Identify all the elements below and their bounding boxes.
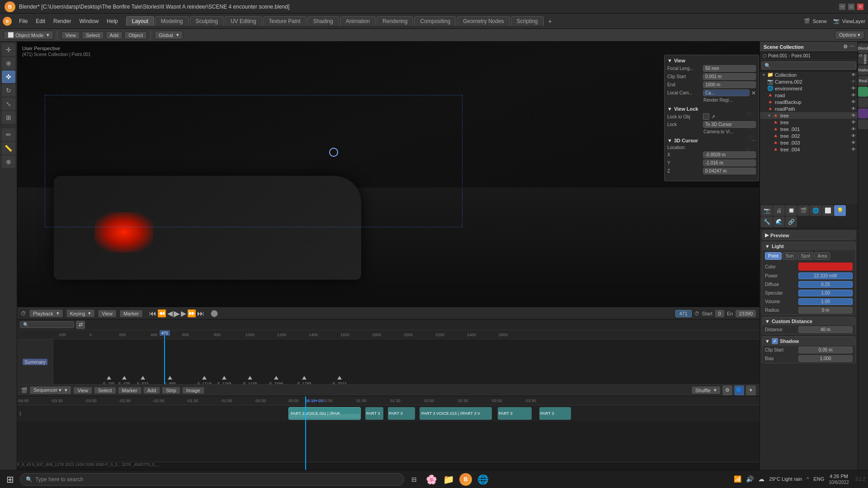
- custom-distance-header[interactable]: ▼ Custom Distance: [762, 317, 855, 325]
- prop-tab-render[interactable]: 📷: [761, 205, 773, 216]
- sc-eye-icon-env[interactable]: 👁: [851, 86, 856, 91]
- seq-clip-4[interactable]: PART 3 VOICE.015 | //PART 3 V: [420, 407, 492, 420]
- sc-item-tree001[interactable]: 🔺 tree .001 👁: [760, 126, 858, 132]
- jump-end-button[interactable]: ⏭: [197, 310, 204, 318]
- light-type-sun[interactable]: Sun: [783, 252, 797, 260]
- sc-eye-icon-road[interactable]: 👁: [851, 93, 856, 98]
- tab-shading[interactable]: Shading: [307, 16, 339, 26]
- menu-window[interactable]: Window: [75, 17, 102, 25]
- viewport-3d[interactable]: X Y Z 🔍 ✋ 🎬 📐 User Perspective (471) Sce…: [17, 42, 760, 307]
- bias-value[interactable]: 1.000: [798, 355, 853, 362]
- sc-item-tree004[interactable]: 🔺 tree .004 👁: [760, 146, 858, 153]
- select-menu[interactable]: Select: [82, 31, 104, 39]
- taskbar-explorer-icon[interactable]: 📁: [441, 472, 456, 487]
- tool-annotate[interactable]: ✏: [2, 128, 15, 141]
- tool-add[interactable]: ⊕: [2, 155, 15, 168]
- lock-value[interactable]: To 3D Cursor: [703, 121, 756, 128]
- prev-frame-button[interactable]: ◀: [167, 309, 173, 318]
- sc-eye-icon-roadpath[interactable]: 👁: [851, 106, 856, 111]
- volume-value[interactable]: 1.00: [798, 298, 853, 305]
- tool-measure[interactable]: 📏: [2, 142, 15, 155]
- sc-eye-icon-tree-col[interactable]: 👁: [851, 113, 856, 118]
- prop-tab-particles[interactable]: 🌊: [773, 216, 785, 227]
- make-icon[interactable]: Make: [858, 65, 868, 75]
- view-menu[interactable]: View: [61, 31, 80, 39]
- seq-marker-btn[interactable]: Marker: [118, 387, 142, 394]
- x-value[interactable]: -0.8509 m: [703, 151, 756, 158]
- real-icon[interactable]: Real: [858, 76, 868, 86]
- keying-menu[interactable]: Keying: [66, 309, 95, 318]
- seq-clip-5[interactable]: PART 3: [498, 407, 532, 420]
- sc-search-input[interactable]: [761, 61, 856, 70]
- tool-scale[interactable]: ⤡: [2, 98, 15, 110]
- light-type-spot[interactable]: Spot: [798, 252, 814, 260]
- shadow-checkbox[interactable]: [772, 338, 778, 344]
- layer4-icon[interactable]: [858, 119, 868, 129]
- seq-clip-3[interactable]: PART 3: [388, 407, 415, 420]
- focal-length-value[interactable]: 50 mm: [703, 65, 756, 72]
- tool-move[interactable]: ✜: [2, 70, 15, 83]
- taskbar-chrome-icon[interactable]: 🌐: [476, 472, 490, 487]
- tool-transform[interactable]: ⊞: [2, 111, 15, 124]
- make-c-icon[interactable]: Make C: [858, 54, 868, 64]
- tab-scripting[interactable]: Scripting: [511, 16, 544, 26]
- timeline-search-input[interactable]: [20, 321, 74, 328]
- color-picker[interactable]: [798, 263, 853, 271]
- seq-more-button[interactable]: ▾: [746, 385, 756, 395]
- transform-orientation[interactable]: Global: [155, 31, 183, 39]
- jump-start-button[interactable]: ⏮: [149, 310, 156, 318]
- prop-tab-view-layer[interactable]: 🔲: [785, 205, 797, 216]
- tab-texture-paint[interactable]: Texture Paint: [263, 16, 307, 26]
- sc-eye-icon-tree002[interactable]: 👁: [851, 133, 856, 138]
- sc-item-environment[interactable]: 🌐 environment 👁: [760, 85, 858, 92]
- timeline-marker-menu[interactable]: Marker: [119, 310, 143, 318]
- active-layer-icon[interactable]: [858, 87, 868, 97]
- seq-strip-btn[interactable]: Strip: [162, 387, 180, 394]
- seq-clip-2[interactable]: PART 3: [365, 407, 383, 420]
- taskbar-blender-icon[interactable]: B: [458, 472, 473, 487]
- sc-item-roadbackup[interactable]: 🔺 roadBackup 👁: [760, 99, 858, 105]
- search-bar[interactable]: 🔍 Type here to search: [20, 473, 404, 486]
- menu-help[interactable]: Help: [103, 17, 122, 25]
- sc-eye-icon-roadbackup[interactable]: 👁: [851, 99, 856, 104]
- tab-layout[interactable]: Layout: [126, 16, 154, 26]
- sc-item-roadpath[interactable]: 🔺 roadPath 👁: [760, 105, 858, 112]
- sc-eye-icon-tree003[interactable]: 👁: [851, 140, 856, 145]
- sc-item-tree003[interactable]: 🔺 tree .003 👁: [760, 139, 858, 146]
- tab-rendering[interactable]: Rendering: [377, 16, 413, 26]
- end-frame-input[interactable]: 23390: [736, 310, 756, 317]
- shadow-clip-start-value[interactable]: 0.05 m: [798, 347, 853, 353]
- sc-eye-icon-tree004[interactable]: 👁: [851, 147, 856, 152]
- close-button[interactable]: ✕: [857, 4, 863, 10]
- z-value[interactable]: 0.04247 m: [703, 168, 756, 174]
- start-button[interactable]: ⊞: [3, 472, 17, 487]
- close-local-cam-icon[interactable]: ✕: [751, 90, 756, 96]
- view-lock-header[interactable]: ▼ View Lock: [667, 106, 756, 112]
- options-button[interactable]: Options ▾: [835, 31, 864, 39]
- sc-more-icon[interactable]: ⋯: [849, 44, 854, 50]
- prop-tab-modifier[interactable]: 🔧: [761, 216, 773, 227]
- light-section-header[interactable]: ▼ Light: [762, 242, 855, 250]
- diffuse-value[interactable]: 0.25: [798, 281, 853, 288]
- prop-tab-constraint[interactable]: 🔗: [785, 216, 797, 227]
- power-value[interactable]: 22.333 mW: [798, 272, 853, 279]
- seq-settings-button[interactable]: ⚙: [722, 385, 732, 395]
- next-frame-button[interactable]: ▶: [181, 309, 186, 318]
- mode-selector[interactable]: ⬜ Object Mode: [4, 31, 53, 39]
- timeline-view-menu[interactable]: View: [98, 310, 117, 318]
- menu-file[interactable]: File: [15, 17, 31, 25]
- radius-value[interactable]: 0 m: [798, 307, 853, 314]
- cursor-section-header[interactable]: ▼ 3D Cursor ⋯: [667, 138, 756, 143]
- sc-item-camera[interactable]: 📷 Camera.002 👁: [760, 78, 858, 85]
- blender-menu-logo[interactable]: B: [3, 17, 12, 26]
- prop-tab-output[interactable]: 🖨: [773, 205, 785, 216]
- shadow-header[interactable]: ▼ Shadow: [762, 337, 855, 346]
- menu-edit[interactable]: Edit: [32, 17, 49, 25]
- taskbar-flowers-icon[interactable]: 🌸: [424, 472, 439, 487]
- add-menu[interactable]: Add: [106, 31, 123, 39]
- blend-icon[interactable]: Blend: [858, 43, 868, 53]
- arrow-icon[interactable]: ^: [807, 476, 809, 482]
- current-frame-input[interactable]: 471: [675, 310, 692, 317]
- tab-sculpting[interactable]: Sculpting: [190, 16, 224, 26]
- sc-item-tree[interactable]: 🔺 tree 👁: [760, 119, 858, 126]
